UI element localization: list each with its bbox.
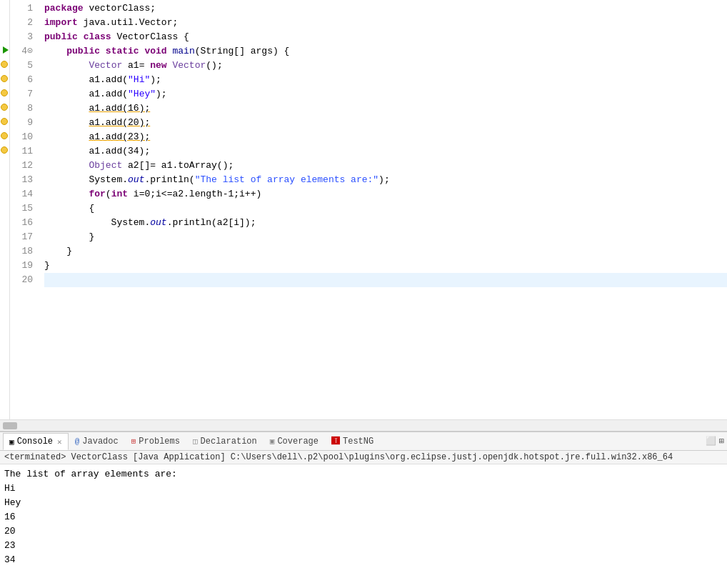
margin-10: [0, 129, 9, 143]
arrow-indicator: [3, 46, 9, 54]
code-line-20: [44, 273, 727, 287]
code-lines[interactable]: package vectorClass; import java.util.Ve…: [39, 0, 727, 419]
scrollbar-thumb[interactable]: [3, 422, 17, 429]
more-options-icon[interactable]: ⊞: [719, 436, 724, 447]
console-line-7: 34: [4, 553, 723, 567]
line-num-4: 4⊙: [10, 44, 33, 59]
line-num-15: 15: [10, 201, 33, 216]
tab-bar: ▣ Console ✕ @ Javadoc ⊞ Problems ◫ Decla…: [0, 432, 727, 451]
tab-console[interactable]: ▣ Console ✕: [3, 433, 69, 450]
code-line-16: System.out.println(a2[i]);: [44, 216, 727, 230]
margin-9: [0, 114, 9, 129]
margin-12: [0, 157, 9, 171]
line-num-1: 1: [10, 1, 33, 16]
code-line-10: a1.add(23);: [44, 130, 727, 144]
code-line-4: public static void main(String[] args) {: [44, 44, 727, 59]
line-num-8: 8: [10, 101, 33, 116]
code-container: 1 2 3 4⊙ 5 6 7 8 9 10 11 12 13 14 15 16 …: [0, 0, 727, 419]
code-line-18: }: [44, 244, 727, 259]
tab-problems[interactable]: ⊞ Problems: [125, 433, 186, 450]
console-output: The list of array elements are: Hi Hey 1…: [0, 464, 727, 588]
tab-close-button[interactable]: ✕: [57, 437, 62, 447]
line-num-18: 18: [10, 244, 33, 259]
code-line-12: Object a2[]= a1.toArray();: [44, 159, 727, 173]
console-line-3: Hey: [4, 496, 723, 510]
dot-indicator-9: [1, 118, 8, 125]
minimize-icon[interactable]: ⬜: [706, 436, 716, 447]
code-line-6: a1.add("Hi");: [44, 73, 727, 87]
line-num-17: 17: [10, 230, 33, 244]
problems-icon: ⊞: [131, 437, 136, 446]
margin-6: [0, 71, 9, 86]
margin-5: [0, 57, 9, 71]
testng-icon: 🆃: [331, 436, 340, 447]
horizontal-scrollbar[interactable]: [0, 419, 727, 431]
console-header: <terminated> VectorClass [Java Applicati…: [0, 451, 727, 464]
left-margin: [0, 0, 10, 419]
dot-indicator-10: [1, 132, 8, 139]
margin-18: [0, 243, 9, 257]
code-line-5: Vector a1= new Vector();: [44, 59, 727, 73]
margin-13: [0, 171, 9, 186]
line-num-14: 14: [10, 187, 33, 201]
line-num-20: 20: [10, 273, 33, 287]
code-line-7: a1.add("Hey");: [44, 87, 727, 101]
tab-coverage-label: Coverage: [277, 437, 319, 447]
tab-coverage[interactable]: ▣ Coverage: [264, 433, 325, 450]
code-line-14: for(int i=0;i<=a2.length-1;i++): [44, 187, 727, 201]
line-num-10: 10: [10, 130, 33, 144]
code-line-11: a1.add(34);: [44, 144, 727, 159]
tab-testng-label: TestNG: [343, 437, 373, 447]
code-line-9: a1.add(20);: [44, 116, 727, 130]
line-numbers: 1 2 3 4⊙ 5 6 7 8 9 10 11 12 13 14 15 16 …: [10, 0, 39, 419]
dot-indicator-6: [1, 75, 8, 82]
code-line-3: public class VectorClass {: [44, 30, 727, 44]
tab-declaration-label: Declaration: [201, 437, 257, 447]
code-line-2: import java.util.Vector;: [44, 16, 727, 30]
coverage-icon: ▣: [270, 437, 275, 446]
console-line-6: 23: [4, 539, 723, 553]
tab-declaration[interactable]: ◫ Declaration: [186, 433, 264, 450]
line-num-11: 11: [10, 144, 33, 159]
margin-15: [0, 200, 9, 214]
tab-console-label: Console: [17, 437, 53, 447]
code-line-8: a1.add(16);: [44, 101, 727, 116]
line-num-6: 6: [10, 73, 33, 87]
dot-indicator-7: [1, 89, 8, 96]
bottom-panel: ▣ Console ✕ @ Javadoc ⊞ Problems ◫ Decla…: [0, 431, 727, 588]
code-line-19: }: [44, 259, 727, 273]
margin-20: [0, 271, 9, 286]
code-line-15: {: [44, 201, 727, 216]
console-line-5: 20: [4, 524, 723, 539]
tab-javadoc-label: Javadoc: [82, 437, 118, 447]
code-line-17: }: [44, 230, 727, 244]
line-num-5: 5: [10, 59, 33, 73]
dot-indicator-11: [1, 146, 8, 154]
line-num-16: 16: [10, 216, 33, 230]
line-num-19: 19: [10, 259, 33, 273]
console-icon: ▣: [9, 437, 14, 447]
dot-indicator-5: [1, 61, 8, 68]
line-num-13: 13: [10, 173, 33, 187]
declaration-icon: ◫: [193, 437, 198, 446]
margin-3: [0, 29, 9, 43]
tab-javadoc[interactable]: @ Javadoc: [69, 433, 125, 450]
margin-4: [0, 43, 9, 57]
line-num-9: 9: [10, 116, 33, 130]
line-num-12: 12: [10, 159, 33, 173]
code-line-1: package vectorClass;: [44, 1, 727, 16]
line-num-7: 7: [10, 87, 33, 101]
margin-16: [0, 214, 9, 229]
margin-1: [0, 0, 9, 14]
margin-17: [0, 229, 9, 243]
margin-19: [0, 257, 9, 271]
dot-indicator-8: [1, 104, 8, 111]
console-line-4: 16: [4, 510, 723, 524]
console-line-2: Hi: [4, 482, 723, 496]
tab-right-controls: ⬜ ⊞: [706, 436, 724, 447]
margin-8: [0, 100, 9, 114]
tab-testng[interactable]: 🆃 TestNG: [325, 433, 380, 450]
margin-2: [0, 14, 9, 29]
console-line-1: The list of array elements are:: [4, 467, 723, 482]
tab-problems-label: Problems: [139, 437, 180, 447]
